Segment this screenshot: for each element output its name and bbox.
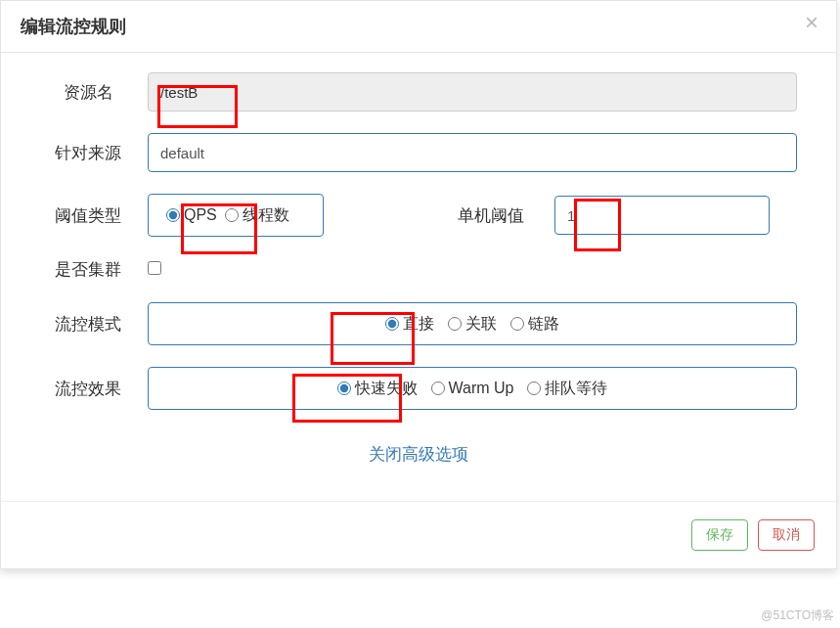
modal-footer: 保存 取消 bbox=[1, 501, 836, 568]
modal-header: 编辑流控规则 × bbox=[1, 1, 836, 53]
single-threshold-input[interactable] bbox=[554, 196, 770, 235]
edit-flow-rule-modal: 编辑流控规则 × 资源名 针对来源 阈值类型 QPS bbox=[0, 0, 837, 569]
radio-mode-relate[interactable]: 关联 bbox=[448, 314, 497, 335]
row-threshold: 阈值类型 QPS 线程数 单机阈值 bbox=[40, 194, 797, 237]
label-mode: 流控模式 bbox=[40, 313, 148, 336]
modal-body: 资源名 针对来源 阈值类型 QPS bbox=[1, 53, 836, 501]
radio-effect-queue-input[interactable] bbox=[527, 381, 541, 395]
radio-mode-relate-input[interactable] bbox=[448, 317, 462, 331]
radio-mode-chain-label: 链路 bbox=[528, 314, 559, 335]
label-limit-app: 针对来源 bbox=[40, 142, 148, 164]
watermark: @51CTO博客 bbox=[761, 607, 834, 624]
cluster-checkbox[interactable] bbox=[148, 261, 161, 275]
label-resource: 资源名 bbox=[40, 81, 148, 104]
label-threshold-type: 阈值类型 bbox=[40, 204, 148, 227]
radio-effect-warmup-input[interactable] bbox=[431, 381, 445, 395]
radio-effect-warmup[interactable]: Warm Up bbox=[431, 380, 514, 397]
limit-app-input[interactable] bbox=[148, 133, 797, 172]
radio-mode-chain-input[interactable] bbox=[510, 317, 524, 331]
radio-effect-queue[interactable]: 排队等待 bbox=[527, 379, 607, 399]
radio-effect-queue-label: 排队等待 bbox=[545, 379, 607, 399]
save-button[interactable]: 保存 bbox=[691, 519, 748, 551]
radio-qps[interactable]: QPS bbox=[166, 206, 217, 224]
radio-mode-direct-input[interactable] bbox=[385, 317, 399, 331]
radio-qps-label: QPS bbox=[184, 206, 217, 224]
label-effect: 流控效果 bbox=[40, 378, 148, 400]
radio-threads-input[interactable] bbox=[225, 208, 239, 222]
resource-input bbox=[148, 72, 797, 112]
cancel-button[interactable]: 取消 bbox=[758, 519, 815, 551]
close-advanced-link[interactable]: 关闭高级选项 bbox=[369, 445, 468, 464]
row-mode: 流控模式 直接 关联 链路 bbox=[40, 302, 797, 345]
radio-effect-warmup-label: Warm Up bbox=[449, 380, 514, 397]
radio-mode-direct[interactable]: 直接 bbox=[385, 314, 434, 335]
radio-threads-label: 线程数 bbox=[243, 205, 289, 226]
modal-title: 编辑流控规则 bbox=[21, 15, 817, 38]
radio-mode-direct-label: 直接 bbox=[403, 314, 434, 335]
advanced-toggle: 关闭高级选项 bbox=[40, 431, 797, 491]
radio-effect-failfast-input[interactable] bbox=[337, 381, 351, 395]
close-icon[interactable]: × bbox=[805, 11, 818, 34]
label-single-threshold: 单机阈值 bbox=[427, 204, 554, 227]
label-cluster: 是否集群 bbox=[40, 258, 148, 281]
row-cluster: 是否集群 bbox=[40, 258, 797, 281]
radio-mode-relate-label: 关联 bbox=[465, 314, 497, 335]
row-effect: 流控效果 快速失败 Warm Up 排队等待 bbox=[40, 367, 797, 410]
radio-effect-failfast[interactable]: 快速失败 bbox=[337, 379, 418, 399]
radio-effect-failfast-label: 快速失败 bbox=[355, 379, 418, 399]
row-limit-app: 针对来源 bbox=[40, 133, 797, 172]
radio-threads[interactable]: 线程数 bbox=[225, 205, 289, 226]
radio-mode-chain[interactable]: 链路 bbox=[510, 314, 559, 335]
radio-qps-input[interactable] bbox=[166, 208, 180, 222]
row-resource: 资源名 bbox=[40, 72, 797, 112]
